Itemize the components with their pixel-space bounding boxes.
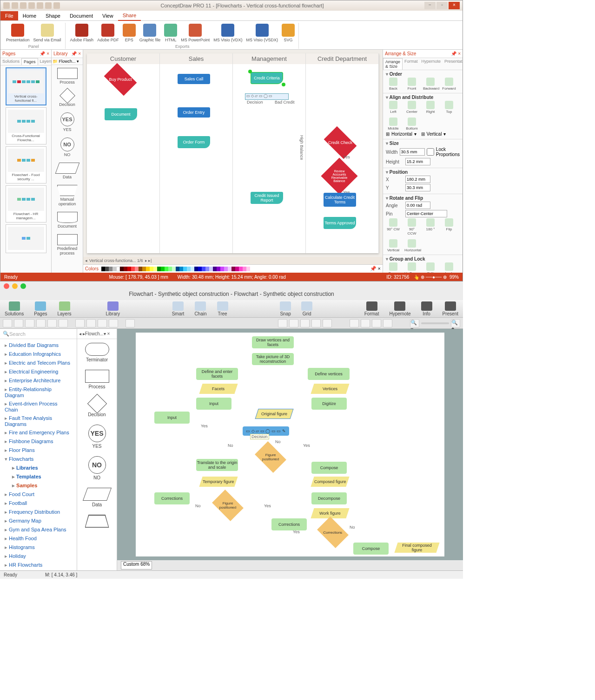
tree-sub-templates[interactable]: Templates [0,472,77,481]
node-order-form[interactable]: Order Form [178,136,210,148]
shape-document[interactable]: Document [52,209,83,231]
node[interactable]: Define and enter facets [196,368,238,380]
present-button[interactable]: Present [443,301,458,316]
page-thumb[interactable]: Flowchart - Food security ... [6,146,46,183]
y-input[interactable] [405,184,430,191]
adobe-flash-button[interactable]: Adobe Flash [68,23,96,43]
tree-item[interactable]: Fishbone Diagrams [0,437,77,446]
quick-access-toolbar[interactable] [3,2,60,9]
tree-item[interactable]: Holiday [0,552,77,561]
shape-trap[interactable] [77,511,117,533]
graphic-file-button[interactable]: Graphic file [138,23,163,43]
shape-decision[interactable]: Decision [52,87,83,110]
pages-subtab[interactable]: Pages [21,58,38,65]
snap-button[interactable]: Snap [280,301,291,316]
node-sales-call[interactable]: Sales Call [178,74,210,84]
tree-sub-samples[interactable]: Samples [0,481,77,490]
canvas[interactable]: Customer Buy Product Document Sales Sale… [87,53,379,253]
shape-tab[interactable]: Shape [41,11,65,20]
mac-close-button[interactable] [4,283,9,289]
tree-button[interactable]: Tree [217,301,228,316]
library-button[interactable]: Library [106,301,120,316]
smart-button[interactable]: Smart [172,301,185,316]
tree-item[interactable]: Event-driven Process Chain [0,399,77,414]
view-tab[interactable]: View [98,11,118,20]
canvas-mac[interactable]: Draw vertices and facets Take picture of… [136,333,444,556]
order-front-button[interactable]: Front [404,78,419,91]
node[interactable]: Composed figure [311,477,349,487]
svg-button[interactable]: SVG [280,23,297,43]
tree-item[interactable]: Health Food [0,534,77,543]
shape-predefined[interactable]: Predefined process [52,231,83,258]
x-input[interactable] [405,176,430,183]
page-thumb[interactable] [6,224,46,253]
info-button[interactable]: Info [421,301,432,316]
page-thumb[interactable]: Vertical cross-functional fl... [6,67,46,105]
presentation-button[interactable]: Presentation [4,23,32,43]
library-nav[interactable]: ◂ ▸ Flowch... ▾ × [77,329,117,339]
mac-zoom-button[interactable] [20,283,26,289]
shape-yes[interactable]: YESYES [77,421,117,452]
shape-manual-op[interactable]: Manual operation [52,182,83,209]
hypernote-tab[interactable]: Hypernote [420,58,443,70]
shape-no[interactable]: NONO [52,135,83,160]
solutions-button[interactable]: Solutions [5,301,24,316]
node[interactable]: Facets [199,384,238,394]
tree-item[interactable]: Frequency Distribution [0,508,77,517]
tree-item[interactable]: Gym and Spa Area Plans [0,525,77,534]
node-document[interactable]: Document [105,108,137,120]
shape-process[interactable]: Process [52,65,83,87]
mac-minimize-button[interactable] [12,283,18,289]
node-credit-report[interactable]: Credit Issued Report [251,192,283,204]
angle-input[interactable] [405,202,430,209]
format-button[interactable]: Format [364,301,379,316]
file-tab[interactable]: File [0,11,18,20]
visio-vdx-button[interactable]: MS Visio (VDX) [212,23,244,43]
color-swatches[interactable] [101,267,370,271]
hypernote-button[interactable]: Hypernote [389,301,410,316]
tree-item[interactable]: Floor Plans [0,446,77,455]
node[interactable]: Figure positioned [255,441,286,473]
pin-icon[interactable]: 📌 × [40,51,49,56]
adobe-pdf-button[interactable]: Adobe PDF [95,23,121,43]
node[interactable]: Translate to the origin and scale [196,459,238,471]
arrange-tab[interactable]: Arrange & Size [383,58,403,70]
node-buy-product[interactable]: Buy Product [104,63,137,96]
document-tab[interactable]: Document [65,11,98,20]
node[interactable]: Digitize [311,398,347,410]
zoom-slider[interactable] [421,322,449,324]
node[interactable]: Compose [311,462,347,474]
chain-button[interactable]: Chain [194,301,206,316]
mini-toolbar[interactable]: ▭ ◇ ▱ ▭ ◯ ▭ [245,93,289,100]
page-thumb[interactable]: Flowchart - HR managem... [6,185,46,222]
tree-item[interactable]: Electric and Telecom Plans [0,359,77,367]
node[interactable]: Input [154,412,190,424]
grid-button[interactable]: Grid [301,301,312,316]
tree-item[interactable]: Food Court [0,490,77,499]
presentation-tab[interactable]: Presentation [443,58,463,70]
order-backward-button[interactable]: Backward [423,78,438,91]
tree-item[interactable]: Football [0,499,77,508]
tree-item[interactable]: Entity-Relationship Diagram [0,385,77,399]
node[interactable]: Final composed figure [394,543,439,553]
node[interactable]: Take picture of 3D reconstruction [252,353,294,365]
order-forward-button[interactable]: Forward [442,78,456,91]
solutions-tab[interactable]: Solutions [0,58,21,65]
maximize-button[interactable]: ▫ [436,2,448,9]
shape-terminator[interactable]: Terminator [77,339,117,366]
node-credit-check[interactable]: Credit Check [324,126,357,159]
library-dropdown[interactable]: 📁 Flowch... ▾ [52,58,83,65]
tree-item[interactable]: Histograms [0,543,77,552]
node[interactable]: Vertices [311,384,349,394]
node-credit-criteria-selected[interactable]: Credit Criteria [251,72,283,84]
node[interactable]: Figure positioned [212,490,244,521]
tree-item[interactable]: Fault Tree Analysis Diagrams [0,414,77,428]
node[interactable]: Compose [353,543,389,555]
page-thumb[interactable]: Cross-Functional Flowcha... [6,107,46,144]
tree-item[interactable]: Divided Bar Diagrams [0,341,77,350]
eps-button[interactable]: EPS [121,23,138,43]
tree-item[interactable]: Electrical Engineering [0,367,77,376]
shape-yes[interactable]: YESYES [52,110,83,135]
tree-item-flowcharts[interactable]: Flowcharts [0,455,77,464]
send-email-button[interactable]: Send via Email [32,23,63,43]
